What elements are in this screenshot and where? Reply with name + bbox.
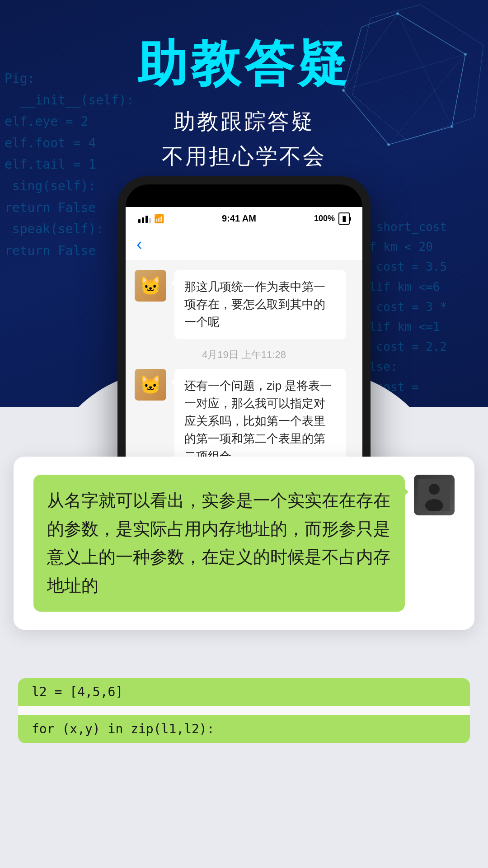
status-time: 9:41 AM [222,213,256,224]
status-right: 100% ▮ [314,212,350,225]
ta-reply-bubble: 从名字就可以看出，实参是一个实实在在存在的参数，是实际占用内存地址的，而形参只是… [14,457,474,630]
code-card: l2 = [4,5,6] for (x,y) in zip(l1,l2): [18,678,470,743]
msg-text-2: 还有一个问题，zip 是将表一一对应，那么我可以指定对应关系吗，比如第一个表里的… [184,379,332,463]
msg-text-1: 那这几项统一作为表中第一项存在，要怎么取到其中的一个呢 [184,280,325,329]
avatar-2: 🐱 [135,369,166,401]
wifi-icon: 📶 [154,214,164,224]
svg-point-16 [429,484,440,495]
signal-bar-1 [138,219,141,223]
code-line-3: for (x,y) in zip(l1,l2): [18,715,470,743]
timestamp-1: 4月19日 上午11:28 [135,348,353,362]
signal-bar-4 [149,218,151,223]
status-left: 📶 [138,214,164,224]
back-button[interactable]: ‹ [136,235,142,254]
phone-outer: 📶 9:41 AM 100% ▮ ‹ [117,176,371,505]
signal-bars [138,215,151,223]
battery-icon: ▮ [338,212,350,225]
bottom-code-area: l2 = [4,5,6] for (x,y) in zip(l1,l2): [0,678,488,743]
code-line-1: l2 = [4,5,6] [18,678,470,706]
status-bar: 📶 9:41 AM 100% ▮ [126,207,362,228]
green-reply-bubble: 从名字就可以看出，实参是一个实实在在存在的参数，是实际占用内存地址的，而形参只是… [33,475,405,612]
battery-percentage: 100% [314,214,335,223]
chat-header: ‹ [126,228,362,261]
subtitle-line2: 不用担心学不会 [0,139,488,174]
phone-screen: 📶 9:41 AM 100% ▮ ‹ [126,207,362,496]
signal-bar-2 [142,217,144,223]
ta-avatar [414,475,455,515]
subtitle: 助教跟踪答疑 不用担心学不会 [0,104,488,174]
big-bubble-content: 从名字就可以看出，实参是一个实实在在存在的参数，是实际占用内存地址的，而形参只是… [33,475,455,612]
avatar-1: 🐱 [135,270,166,302]
ta-reply-text: 从名字就可以看出，实参是一个实实在在存在的参数，是实际占用内存地址的，而形参只是… [47,491,390,595]
phone-mockup: 📶 9:41 AM 100% ▮ ‹ [117,176,371,505]
page-wrapper: Pig: __init__(self): elf.eye = 2 elf.foo… [0,0,488,868]
signal-bar-3 [145,216,148,223]
subtitle-line1: 助教跟踪答疑 [0,104,488,139]
svg-point-10 [396,12,399,15]
code-line-2 [18,706,470,715]
phone-notch [208,184,280,197]
title-area: 助教答疑 助教跟踪答疑 不用担心学不会 [0,36,488,174]
phone-notch-area [126,184,362,207]
msg-bubble-1: 那这几项统一作为表中第一项存在，要怎么取到其中的一个呢 [174,270,346,339]
main-title: 助教答疑 [0,36,488,91]
message-row-1: 🐱 那这几项统一作为表中第一项存在，要怎么取到其中的一个呢 [135,270,353,339]
